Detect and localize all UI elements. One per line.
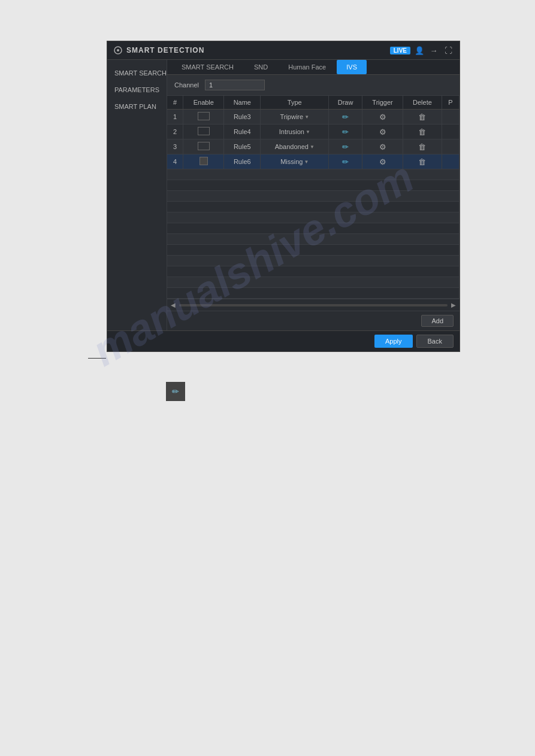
svg-point-1	[117, 49, 119, 51]
draw-icon-box[interactable]: ✏	[166, 382, 185, 401]
draw-btn-row1[interactable]: ✏	[342, 113, 349, 122]
row4-trigger[interactable]: ⚙	[362, 154, 403, 169]
row3-draw[interactable]: ✏	[329, 139, 362, 154]
live-badge: LIVE	[390, 47, 410, 54]
scroll-area: ◀ ▶	[167, 299, 460, 311]
channel-row: Channel 1 2 3 4	[167, 75, 460, 96]
row2-type[interactable]: Intrusion ▼	[261, 125, 329, 139]
empty-row	[167, 245, 460, 256]
tab-smart-search[interactable]: SMART SEARCH	[172, 60, 243, 74]
delete-btn-row3[interactable]: 🗑	[418, 142, 426, 151]
dropdown-arrow-row3: ▼	[310, 144, 315, 150]
checkbox-row2[interactable]	[198, 127, 210, 135]
col-header-trigger: Trigger	[362, 96, 403, 110]
delete-btn-row4[interactable]: 🗑	[418, 157, 426, 166]
row3-trigger[interactable]: ⚙	[362, 139, 403, 154]
checkbox-row3[interactable]	[198, 142, 210, 150]
col-header-name: Name	[224, 96, 261, 110]
col-header-p: P	[442, 96, 459, 110]
row1-type[interactable]: Tripwire ▼	[261, 110, 329, 125]
empty-row	[167, 169, 460, 180]
scroll-track	[179, 304, 448, 306]
col-header-num: #	[167, 96, 183, 110]
sidebar: SMART SEARCH PARAMETERS SMART PLAN	[107, 60, 167, 330]
empty-row	[167, 256, 460, 266]
row2-delete[interactable]: 🗑	[403, 125, 442, 139]
empty-row	[167, 212, 460, 223]
dropdown-arrow-row2: ▼	[306, 129, 310, 135]
tab-ivs[interactable]: IVS	[337, 60, 367, 74]
checkbox-row1[interactable]	[198, 112, 210, 120]
row2-num: 2	[167, 125, 183, 139]
empty-row	[167, 191, 460, 202]
row2-name: Rule4	[224, 125, 261, 139]
row1-num: 1	[167, 110, 183, 125]
scroll-right-btn[interactable]: ▶	[451, 302, 456, 308]
sidebar-item-smart-plan[interactable]: SMART PLAN	[107, 98, 167, 115]
exit-icon[interactable]: →	[428, 45, 439, 56]
table-row: 3 Rule5 Abandoned ▼ ✏ ⚙	[167, 139, 460, 154]
channel-label: Channel	[174, 81, 199, 89]
add-btn-row: Add	[167, 311, 460, 330]
row3-enable[interactable]	[183, 139, 224, 154]
trigger-btn-row2[interactable]: ⚙	[379, 127, 386, 136]
draw-btn-row3[interactable]: ✏	[342, 142, 349, 151]
row4-p	[442, 154, 459, 169]
tab-bar: SMART SEARCH SND Human Face IVS	[167, 60, 460, 75]
sidebar-item-parameters[interactable]: PARAMETERS	[107, 81, 167, 98]
action-bar: Apply Back	[107, 330, 460, 351]
trigger-btn-row3[interactable]: ⚙	[379, 142, 386, 151]
col-header-delete: Delete	[403, 96, 442, 110]
col-header-draw: Draw	[329, 96, 362, 110]
row3-delete[interactable]: 🗑	[403, 139, 442, 154]
row1-trigger[interactable]: ⚙	[362, 110, 403, 125]
page-wrapper: manualshive.com SMART DETECTION LIVE 👤 →…	[0, 0, 535, 756]
rules-table: # Enable Name Type Draw Trigger Delete P	[167, 96, 460, 299]
row4-num: 4	[167, 154, 183, 169]
trigger-btn-row4[interactable]: ⚙	[379, 157, 386, 166]
row4-draw[interactable]: ✏	[329, 154, 362, 169]
checkbox-row4[interactable]	[200, 157, 208, 165]
row2-draw[interactable]: ✏	[329, 125, 362, 139]
close-icon[interactable]: ⛶	[443, 45, 454, 56]
row2-trigger[interactable]: ⚙	[362, 125, 403, 139]
draw-btn-row4[interactable]: ✏	[342, 157, 349, 166]
dropdown-arrow-row4: ▼	[304, 159, 309, 165]
user-icon[interactable]: 👤	[414, 45, 425, 56]
back-button[interactable]: Back	[416, 335, 454, 348]
smart-detection-icon	[113, 45, 123, 55]
table-row: 2 Rule4 Intrusion ▼ ✏ ⚙	[167, 125, 460, 139]
draw-btn-row2[interactable]: ✏	[342, 127, 349, 136]
row4-type[interactable]: Missing ▼	[261, 154, 329, 169]
scroll-left-btn[interactable]: ◀	[171, 302, 176, 308]
pencil-icon: ✏	[172, 387, 179, 396]
empty-row	[167, 202, 460, 212]
channel-select[interactable]: 1 2 3 4	[205, 80, 265, 90]
row1-delete[interactable]: 🗑	[403, 110, 442, 125]
delete-btn-row2[interactable]: 🗑	[418, 127, 426, 136]
empty-row	[167, 223, 460, 234]
apply-button[interactable]: Apply	[374, 335, 413, 348]
divider-line	[88, 358, 106, 359]
row4-enable[interactable]	[183, 154, 224, 169]
sidebar-item-smart-search[interactable]: SMART SEARCH	[107, 65, 167, 81]
trigger-btn-row1[interactable]: ⚙	[379, 113, 386, 122]
main-content: SMART SEARCH SND Human Face IVS Channel …	[167, 60, 460, 330]
row2-enable[interactable]	[183, 125, 224, 139]
row4-delete[interactable]: 🗑	[403, 154, 442, 169]
row1-draw[interactable]: ✏	[329, 110, 362, 125]
delete-btn-row1[interactable]: 🗑	[418, 113, 426, 122]
add-button[interactable]: Add	[421, 315, 454, 327]
empty-row	[167, 234, 460, 245]
row1-enable[interactable]	[183, 110, 224, 125]
row2-p	[442, 125, 459, 139]
row3-type[interactable]: Abandoned ▼	[261, 139, 329, 154]
panel-header-actions: LIVE 👤 → ⛶	[390, 45, 454, 56]
row3-name: Rule5	[224, 139, 261, 154]
row1-p	[442, 110, 459, 125]
rules-table-container: # Enable Name Type Draw Trigger Delete P	[167, 96, 460, 299]
tab-snd[interactable]: SND	[244, 60, 277, 74]
tab-human-face[interactable]: Human Face	[279, 60, 335, 74]
col-header-enable: Enable	[183, 96, 224, 110]
empty-row	[167, 277, 460, 288]
